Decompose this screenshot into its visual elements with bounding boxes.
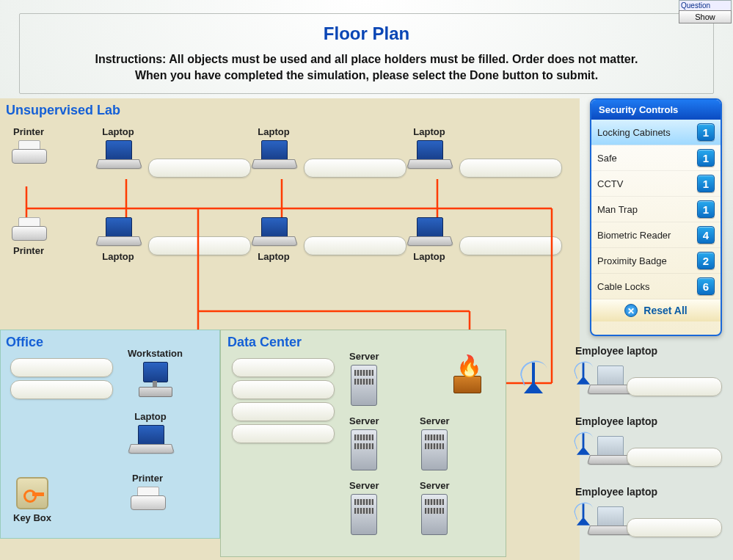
wireless-ap-icon (524, 363, 543, 393)
security-control-name: Biometric Reader (597, 230, 671, 241)
device-label-laptop: Laptop (131, 411, 170, 422)
drop-slot[interactable] (148, 159, 251, 178)
security-control-item[interactable]: Man Trap1 (591, 197, 721, 222)
device-label-employee-laptop: Employee laptop (575, 415, 722, 427)
security-control-item[interactable]: Biometric Reader4 (591, 222, 721, 248)
zone-title-lab: Unsupervised Lab (6, 103, 120, 118)
drop-slot[interactable] (304, 159, 406, 178)
security-control-count: 1 (697, 149, 715, 167)
drop-slot[interactable] (459, 159, 562, 178)
security-control-item[interactable]: Locking Cabinets1 (591, 120, 721, 145)
security-controls-panel: Security Controls Locking Cabinets1Safe1… (590, 98, 722, 336)
firewall-icon (448, 360, 486, 393)
floor-plan: Unsupervised Lab Printer Laptop Laptop L… (0, 98, 580, 560)
employee-laptops-column: Employee laptop Employee laptop Employee… (575, 345, 722, 556)
show-button[interactable]: Show (679, 10, 732, 23)
workstation-icon (137, 362, 172, 399)
device-label-server: Server (349, 480, 379, 491)
laptop-icon (590, 506, 630, 537)
laptop-icon (409, 217, 449, 248)
laptop-icon (590, 366, 630, 396)
wifi-icon (577, 363, 590, 384)
drop-slot[interactable] (459, 236, 562, 255)
device-label-laptop: Laptop (409, 251, 449, 262)
security-control-name: CCTV (597, 178, 623, 189)
device-label-laptop: Laptop (409, 126, 449, 137)
device-label-employee-laptop: Employee laptop (575, 486, 722, 498)
laptop-icon (254, 217, 293, 248)
drop-slot[interactable] (148, 236, 251, 255)
server-icon (351, 494, 377, 535)
laptop-icon (98, 217, 138, 248)
server-icon (351, 429, 377, 470)
instructions-line1: Instructions: All objects must be used a… (21, 51, 712, 68)
device-label-laptop: Laptop (98, 126, 138, 137)
device-label-server: Server (349, 415, 379, 426)
security-control-item[interactable]: CCTV1 (591, 171, 721, 197)
security-control-count: 1 (697, 175, 715, 192)
security-control-name: Man Trap (597, 204, 638, 215)
drop-slot[interactable] (627, 448, 722, 467)
security-control-name: Locking Cabinets (597, 127, 671, 138)
reset-all-label: Reset All (643, 305, 687, 316)
server-icon (421, 494, 448, 535)
drop-slot[interactable] (232, 358, 335, 377)
laptop-icon (98, 140, 138, 171)
reset-icon: ✕ (624, 304, 638, 317)
security-control-name: Safe (597, 153, 617, 164)
instructions-line2: When you have completed the simulation, … (21, 68, 712, 84)
laptop-icon (590, 436, 630, 467)
page-title: Floor Plan (0, 23, 733, 44)
question-label: Question (679, 0, 732, 10)
device-label-employee-laptop: Employee laptop (575, 345, 722, 357)
security-control-count: 1 (697, 200, 715, 218)
security-control-count: 6 (697, 277, 715, 295)
drop-slot[interactable] (232, 424, 335, 443)
server-icon (421, 429, 448, 470)
security-control-name: Proximity Badge (597, 255, 667, 266)
device-label-printer: Printer (131, 473, 164, 484)
printer-icon (12, 140, 45, 165)
security-control-count: 2 (697, 252, 715, 269)
laptop-icon (254, 140, 293, 171)
security-control-count: 1 (697, 123, 715, 141)
wifi-icon (577, 503, 590, 525)
printer-icon (12, 217, 45, 242)
security-control-item[interactable]: Safe1 (591, 145, 721, 171)
printer-icon (131, 487, 164, 512)
server-icon (351, 365, 377, 406)
wifi-icon (577, 433, 590, 454)
zone-title-dc: Data Center (227, 335, 302, 350)
device-label-server: Server (420, 480, 449, 491)
drop-slot[interactable] (232, 380, 335, 399)
device-label-laptop: Laptop (254, 251, 293, 262)
security-control-count: 4 (697, 226, 715, 244)
laptop-icon (409, 140, 449, 171)
device-label-server: Server (349, 351, 379, 362)
security-control-name: Cable Locks (597, 281, 650, 292)
drop-slot[interactable] (10, 358, 113, 377)
drop-slot[interactable] (304, 236, 406, 255)
device-label-laptop: Laptop (98, 251, 138, 262)
device-label-server: Server (420, 415, 449, 426)
zone-title-office: Office (6, 335, 43, 350)
drop-slot[interactable] (10, 380, 113, 399)
panel-title: Security Controls (591, 100, 721, 120)
device-label-workstation: Workstation (128, 348, 183, 359)
security-control-item[interactable]: Cable Locks6 (591, 274, 721, 299)
laptop-icon (131, 425, 170, 456)
drop-slot[interactable] (627, 518, 722, 537)
device-label-printer: Printer (4, 126, 53, 137)
drop-slot[interactable] (627, 377, 722, 396)
security-control-item[interactable]: Proximity Badge2 (591, 248, 721, 274)
device-label-printer: Printer (4, 245, 53, 256)
keybox-icon (16, 477, 48, 509)
drop-slot[interactable] (232, 402, 335, 421)
device-label-keybox: Key Box (13, 512, 51, 523)
reset-all-button[interactable]: ✕ Reset All (591, 299, 721, 321)
device-label-laptop: Laptop (254, 126, 293, 137)
